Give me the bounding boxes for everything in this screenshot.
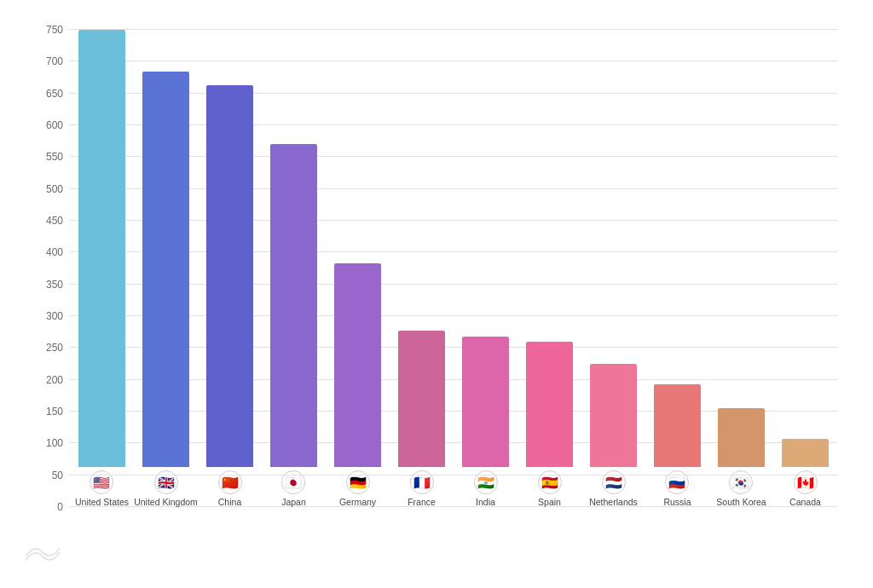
country-label: France (408, 497, 436, 507)
country-label: United Kingdom (134, 497, 198, 507)
bar-label-area: 🇬🇧United Kingdom (134, 470, 198, 507)
y-axis-label: 500 (46, 183, 63, 195)
flag-icon: 🇪🇸 (538, 470, 562, 494)
y-axis-label: 50 (52, 470, 63, 481)
flag-icon: 🇰🇷 (729, 470, 753, 494)
bar[interactable] (270, 144, 317, 467)
flag-icon: 🇨🇳 (218, 470, 242, 494)
watermark (26, 539, 60, 568)
y-axis-label: 350 (46, 279, 63, 291)
bar-group: 🇯🇵Japan (262, 30, 326, 507)
bar[interactable] (718, 408, 765, 467)
flag-icon: 🇩🇪 (346, 470, 370, 494)
bar-group: 🇪🇸Spain (517, 30, 581, 507)
country-label: Spain (538, 497, 561, 507)
country-label: Russia (663, 497, 691, 507)
bar[interactable] (654, 384, 701, 467)
bar-label-area: 🇮🇳India (474, 470, 498, 507)
flag-icon: 🇮🇳 (474, 470, 498, 494)
y-axis-label: 700 (46, 55, 63, 67)
bar[interactable] (142, 72, 189, 467)
bar[interactable] (78, 30, 125, 467)
bar-label-area: 🇺🇸United States (75, 470, 129, 507)
bar-group: 🇩🇪Germany (326, 30, 390, 507)
bars-wrapper: 🇺🇸United States🇬🇧United Kingdom🇨🇳China🇯🇵… (70, 30, 837, 507)
bar-group: 🇮🇳India (454, 30, 517, 507)
chart-container: 0501001502002503003504004505005506006507… (19, 13, 854, 575)
bar-group: 🇨🇦Canada (773, 30, 837, 507)
y-axis-label: 600 (46, 119, 63, 131)
chart-area: 0501001502002503003504004505005506006507… (70, 30, 837, 507)
bar-label-area: 🇯🇵Japan (281, 470, 306, 507)
flag-icon: 🇨🇦 (794, 470, 818, 494)
y-axis-label: 150 (46, 406, 63, 418)
bar[interactable] (334, 263, 381, 467)
bar-group: 🇺🇸United States (70, 30, 134, 507)
country-label: Canada (789, 497, 821, 507)
bar[interactable] (526, 342, 573, 467)
flag-icon: 🇫🇷 (410, 470, 434, 494)
country-label: China (218, 497, 241, 507)
y-axis-label: 200 (46, 374, 63, 386)
y-axis-label: 550 (46, 151, 63, 163)
bar[interactable] (782, 439, 829, 467)
flag-icon: 🇷🇺 (665, 470, 689, 494)
bar-group: 🇰🇷South Korea (709, 30, 773, 507)
country-label: South Korea (716, 497, 766, 507)
bar-group: 🇬🇧United Kingdom (134, 30, 198, 507)
country-label: Japan (281, 497, 306, 507)
bar-label-area: 🇨🇦Canada (789, 470, 821, 507)
bar-group: 🇫🇷France (390, 30, 454, 507)
country-label: Netherlands (589, 497, 638, 507)
bar-label-area: 🇩🇪Germany (339, 470, 376, 507)
bar[interactable] (462, 337, 509, 467)
bar-label-area: 🇰🇷South Korea (716, 470, 766, 507)
y-axis-label: 450 (46, 215, 63, 227)
y-axis-label: 650 (46, 88, 63, 100)
bar-label-area: 🇨🇳China (218, 470, 242, 507)
country-label: Germany (339, 497, 376, 507)
bar[interactable] (398, 331, 445, 467)
bar-label-area: 🇫🇷France (408, 470, 436, 507)
bar-label-area: 🇪🇸Spain (538, 470, 562, 507)
bar-group: 🇨🇳China (198, 30, 262, 507)
bar-label-area: 🇳🇱Netherlands (589, 470, 638, 507)
flag-icon: 🇯🇵 (281, 470, 305, 494)
y-axis-label: 100 (46, 437, 63, 449)
y-axis-label: 750 (46, 24, 63, 36)
flag-icon: 🇬🇧 (154, 470, 178, 494)
flag-icon: 🇳🇱 (602, 470, 626, 494)
bar-label-area: 🇷🇺Russia (663, 470, 691, 507)
y-axis-label: 250 (46, 342, 63, 354)
y-axis-label: 0 (57, 501, 63, 513)
country-label: United States (75, 497, 129, 507)
bar[interactable] (590, 364, 637, 467)
bar-group: 🇳🇱Netherlands (581, 30, 645, 507)
bar-group: 🇷🇺Russia (645, 30, 709, 507)
country-label: India (476, 497, 495, 507)
bar[interactable] (206, 85, 253, 467)
flag-icon: 🇺🇸 (90, 470, 113, 494)
y-axis-label: 400 (46, 246, 63, 258)
y-axis-label: 300 (46, 310, 63, 322)
